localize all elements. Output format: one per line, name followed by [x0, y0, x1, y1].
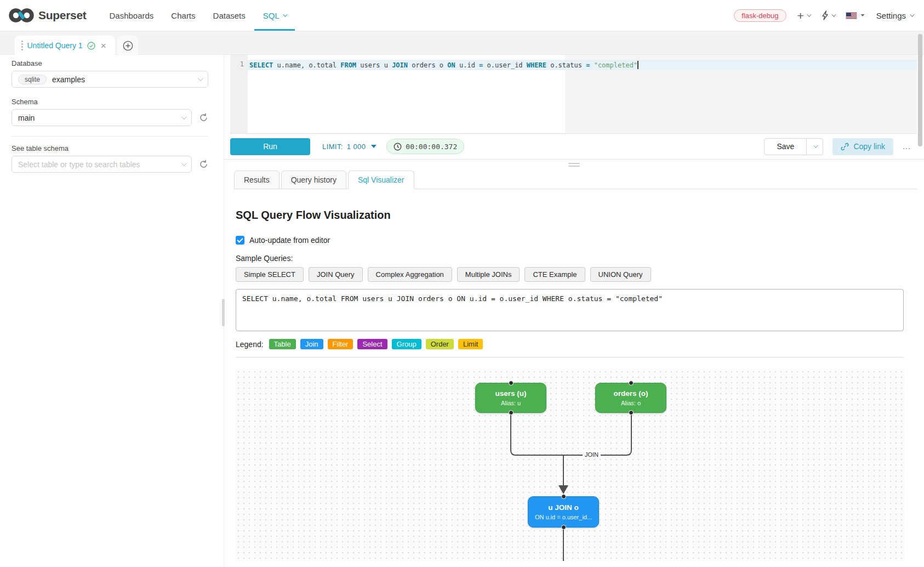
legend-badge-order: Order: [426, 339, 454, 349]
chevron-down-icon: [198, 76, 203, 81]
visualizer-content: SQL Query Flow Visualization Auto-update…: [236, 189, 904, 566]
chevron-down-icon: [283, 12, 287, 16]
refresh-tables-icon[interactable]: [199, 160, 208, 169]
query-tab-label: Untitled Query 1: [27, 41, 83, 50]
canvas-bottom-strip: [236, 561, 904, 566]
sample-queries-label: Sample Queries:: [236, 254, 904, 263]
nav-item-charts[interactable]: Charts: [162, 0, 204, 31]
sql-lab-shortcut-menu[interactable]: [821, 10, 835, 20]
top-navbar: Superset Dashboards Charts Datasets SQL …: [0, 0, 924, 31]
page-title: SQL Query Flow Visualization: [236, 209, 904, 222]
copy-link-button[interactable]: Copy link: [832, 138, 893, 155]
plus-icon: +: [797, 10, 804, 21]
schema-label: Schema: [12, 98, 208, 106]
legend-badge-limit: Limit: [458, 339, 483, 349]
sqllab-left-panel: Database sqlite examples Schema main See…: [0, 55, 224, 567]
brand-name: Superset: [38, 9, 86, 22]
schema-value: main: [18, 114, 35, 122]
query-text-input[interactable]: SELECT u.name, o.total FROM users u JOIN…: [236, 289, 904, 331]
database-value: examples: [52, 75, 85, 84]
new-query-tab-button[interactable]: [117, 36, 138, 55]
tab-query-history[interactable]: Query history: [281, 171, 346, 189]
database-label: Database: [12, 59, 208, 67]
sample-complex-aggregation-button[interactable]: Complex Aggregation: [368, 267, 452, 282]
lightning-icon: [821, 10, 829, 20]
flow-canvas[interactable]: users (u) Alias: u orders (o) Alias: o u…: [236, 369, 904, 561]
line-number: 1: [240, 60, 244, 68]
auto-update-checkbox-row[interactable]: Auto-update from editor: [236, 236, 904, 245]
legend-badge-filter: Filter: [328, 339, 353, 349]
sql-code-line[interactable]: SELECT u.name, o.total FROM users u JOIN…: [249, 61, 638, 69]
sqllab-main: 1 SELECT u.name, o.total FROM users u JO…: [224, 55, 924, 567]
save-options-button[interactable]: [807, 138, 823, 155]
sample-query-buttons: Simple SELECT JOIN Query Complex Aggrega…: [236, 267, 904, 282]
table-search-select[interactable]: Select table or type to search tables: [12, 156, 192, 173]
save-button[interactable]: Save: [764, 138, 807, 155]
flow-node-join[interactable]: u JOIN o ON u.id = o.user_id...: [528, 496, 599, 528]
run-button[interactable]: Run: [230, 138, 310, 155]
more-actions-button[interactable]: …: [902, 141, 911, 151]
chevron-down-icon: [807, 12, 811, 16]
database-select[interactable]: sqlite examples: [12, 71, 208, 88]
close-icon[interactable]: ×: [101, 41, 106, 50]
chevron-down-icon: [910, 12, 914, 16]
nav-item-sql[interactable]: SQL: [254, 0, 295, 31]
sample-cte-example-button[interactable]: CTE Example: [524, 267, 585, 282]
flow-edges: [236, 369, 904, 561]
chevron-down-icon: [831, 12, 836, 16]
legend-badge-join: Join: [300, 339, 323, 349]
nav-links: Dashboards Charts Datasets SQL: [100, 0, 294, 31]
legend-badge-table: Table: [269, 339, 296, 349]
limit-dropdown[interactable]: LIMIT: 1 000: [322, 143, 377, 151]
query-timer-badge: 00:00:00.372: [386, 139, 464, 154]
table-schema-label: See table schema: [12, 144, 208, 152]
environment-badge: flask-debug: [734, 9, 786, 22]
elapsed-time: 00:00:00.372: [406, 143, 457, 151]
panel-resize-handle[interactable]: [222, 299, 225, 326]
sample-join-query-button[interactable]: JOIN Query: [309, 267, 363, 282]
auto-update-checkbox[interactable]: [236, 236, 244, 245]
chevron-down-icon: [181, 161, 187, 166]
tab-sql-visualizer[interactable]: Sql Visualizer: [348, 171, 414, 189]
legend-row: Legend: Table Join Filter Select Group O…: [236, 339, 904, 349]
window-scrollbar[interactable]: [918, 34, 922, 146]
database-engine-tag: sqlite: [18, 75, 47, 84]
sample-simple-select-button[interactable]: Simple SELECT: [236, 267, 304, 282]
drag-handle-icon[interactable]: [21, 41, 23, 50]
result-tabs: Results Query history Sql Visualizer: [234, 171, 917, 189]
save-button-group: Save: [764, 138, 823, 155]
chevron-down-icon: [813, 143, 818, 148]
check-circle-icon: [87, 42, 95, 50]
sample-multiple-joins-button[interactable]: Multiple JOINs: [457, 267, 520, 282]
language-picker[interactable]: [846, 12, 865, 19]
flow-node-orders[interactable]: orders (o) Alias: o: [595, 383, 666, 413]
flow-node-users[interactable]: users (u) Alias: u: [475, 383, 546, 413]
superset-logo[interactable]: Superset: [0, 0, 86, 31]
chevron-down-icon: [181, 114, 187, 120]
editor-toolbar: Run LIMIT: 1 000 00:00:00.372 Save: [230, 134, 917, 159]
sql-editor[interactable]: 1 SELECT u.name, o.total FROM users u JO…: [230, 55, 917, 134]
schema-select[interactable]: main: [12, 109, 192, 126]
caret-down-icon: [860, 14, 864, 16]
legend-label: Legend:: [236, 340, 264, 349]
circle-plus-icon: [123, 41, 133, 51]
refresh-schema-icon[interactable]: [199, 113, 208, 122]
tab-results[interactable]: Results: [234, 171, 280, 189]
query-tab-active[interactable]: Untitled Query 1 ×: [15, 36, 115, 55]
sample-union-query-button[interactable]: UNION Query: [590, 267, 651, 282]
nav-item-datasets[interactable]: Datasets: [204, 0, 254, 31]
clock-icon: [393, 143, 402, 151]
nav-item-dashboards[interactable]: Dashboards: [100, 0, 162, 31]
auto-update-label: Auto-update from editor: [249, 236, 330, 245]
content-divider: [236, 357, 904, 358]
legend-badge-select: Select: [357, 339, 387, 349]
pane-resize-handle-icon[interactable]: [568, 163, 580, 167]
settings-menu[interactable]: Settings: [876, 11, 913, 20]
editor-gutter: 1: [230, 55, 248, 133]
south-pane: Results Query history Sql Visualizer SQL…: [224, 160, 924, 567]
sidebar-divider: [12, 136, 208, 137]
sql-lab-window: Superset Dashboards Charts Datasets SQL …: [0, 0, 924, 567]
table-search-placeholder: Select table or type to search tables: [18, 160, 140, 169]
join-edge-label: JOIN: [583, 451, 601, 458]
new-item-menu[interactable]: +: [797, 10, 810, 21]
